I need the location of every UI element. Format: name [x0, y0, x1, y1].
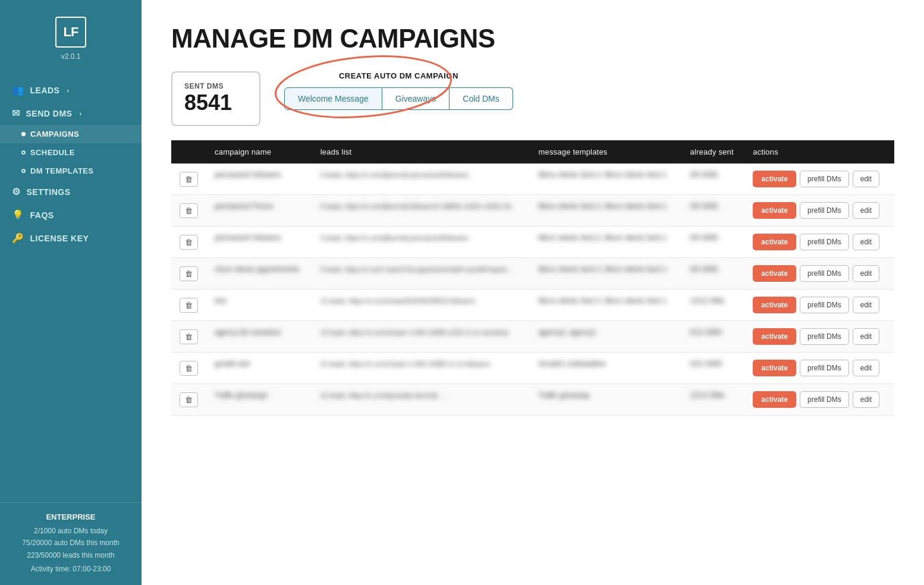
already-sent-cell: 12/12 DMs: [682, 290, 745, 321]
leads-list-cell: 5 leads, https://x.com/[blurred] followe…: [312, 195, 530, 227]
sidebar-item-dm-templates-label: DM TEMPLATES: [30, 166, 93, 175]
already-sent-cell: 0/12 0000: [682, 321, 745, 353]
activate-button[interactable]: activate: [753, 297, 796, 313]
sidebar-item-campaigns[interactable]: CAMPAIGNS: [0, 125, 142, 143]
leads-list-cell: 12 leads, https://x.com/chase/[CENSORED]…: [312, 290, 530, 321]
action-buttons: activateprefill DMsedit: [753, 171, 886, 187]
prefill-dms-button[interactable]: prefill DMs: [800, 171, 849, 187]
activate-button[interactable]: activate: [753, 234, 796, 250]
inactive-dot: [21, 150, 26, 155]
delete-button[interactable]: 🗑: [180, 203, 198, 218]
delete-button[interactable]: 🗑: [180, 172, 198, 187]
delete-cell: 🗑: [171, 290, 206, 321]
circle-annotation: [271, 52, 455, 121]
message-templates-cell: agency2, agency1: [530, 321, 681, 353]
action-buttons: activateprefill DMsedit: [753, 360, 886, 376]
settings-icon: ⚙: [12, 186, 21, 197]
delete-cell: 🗑: [171, 195, 206, 227]
already-sent-cell: 0/5 0000: [682, 258, 745, 290]
actions-cell: activateprefill DMsedit: [744, 195, 894, 227]
activate-button[interactable]: activate: [753, 202, 796, 219]
table-row: 🗑permanent/ followers5 leads, https://x.…: [171, 163, 894, 195]
edit-button[interactable]: edit: [853, 171, 879, 187]
sidebar-nav: 👥 LEADS › ✉ SEND DMS › CAMPAIGNS SCHEDUL…: [0, 73, 142, 502]
delete-button[interactable]: 🗑: [180, 235, 198, 250]
sidebar-bottom: ENTERPRISE 2/1000 auto DMs today 75/2000…: [0, 502, 142, 585]
leads-list-cell: 5 leads, https://x.com/[blurred] permane…: [312, 227, 530, 258]
leads-list-cell: 5 leads, https://x.com/ search?q=appoint…: [312, 258, 530, 290]
col-actions: actions: [744, 140, 894, 163]
campaign-name-cell: test: [206, 290, 312, 321]
edit-button[interactable]: edit: [853, 328, 879, 345]
delete-cell: 🗑: [171, 258, 206, 290]
sidebar-item-faqs[interactable]: 💡 FAQS: [0, 203, 142, 227]
actions-cell: activateprefill DMsedit: [744, 290, 894, 321]
active-dot: [21, 132, 26, 136]
prefill-dms-button[interactable]: prefill DMs: [800, 202, 849, 219]
actions-cell: activateprefill DMsedit: [744, 163, 894, 195]
activate-button[interactable]: activate: [753, 360, 796, 376]
sidebar-item-send-dms[interactable]: ✉ SEND DMS ›: [0, 102, 142, 125]
table-row: 🗑micro clients appointments5 leads, http…: [171, 258, 894, 290]
sidebar-item-leads[interactable]: 👥 LEADS ›: [0, 78, 142, 102]
message-templates-cell: Traffic giveaway: [530, 384, 681, 416]
sidebar-item-dm-templates[interactable]: DM TEMPLATES: [0, 162, 142, 180]
col-leads-list: leads list: [312, 140, 530, 163]
delete-button[interactable]: 🗑: [180, 392, 198, 407]
table-row: 🗑growth test21 leads, https://x.com/chas…: [171, 353, 894, 384]
delete-cell: 🗑: [171, 321, 206, 353]
edit-button[interactable]: edit: [853, 265, 879, 282]
campaign-name-cell: Traffic giveaway!: [206, 384, 312, 416]
leads-month: 223/50000 leads this month: [12, 549, 130, 561]
delete-button[interactable]: 🗑: [180, 298, 198, 313]
prefill-dms-button[interactable]: prefill DMs: [800, 265, 849, 282]
table-row: 🗑agency list nameless12 leads, https://x…: [171, 321, 894, 353]
edit-button[interactable]: edit: [853, 202, 879, 219]
campaign-name-cell: agency list nameless: [206, 321, 312, 353]
sidebar-item-schedule[interactable]: SCHEDULE: [0, 143, 142, 162]
already-sent-cell: 0/5 0000: [682, 227, 745, 258]
leads-list-cell: 12 leads, https://x.com/[possibly blurre…: [312, 384, 530, 416]
campaign-name-cell: permanent/ Prince: [206, 195, 312, 227]
prefill-dms-button[interactable]: prefill DMs: [800, 328, 849, 345]
prefill-dms-button[interactable]: prefill DMs: [800, 297, 849, 313]
chevron-right-icon-2: ›: [79, 110, 81, 117]
actions-cell: activateprefill DMsedit: [744, 321, 894, 353]
chevron-right-icon: ›: [67, 87, 69, 94]
prefill-dms-button[interactable]: prefill DMs: [800, 234, 849, 250]
sidebar: LF v2.0.1 👥 LEADS › ✉ SEND DMS › CAMPAIG…: [0, 0, 142, 585]
edit-button[interactable]: edit: [853, 391, 879, 408]
col-campaign-name: campaign name: [206, 140, 312, 163]
edit-button[interactable]: edit: [853, 360, 879, 376]
sidebar-item-settings-label: SETTINGS: [27, 187, 71, 197]
sent-dms-label: SENT DMS: [184, 82, 243, 90]
actions-cell: activateprefill DMsedit: [744, 384, 894, 416]
activate-button[interactable]: activate: [753, 391, 796, 408]
delete-cell: 🗑: [171, 384, 206, 416]
sidebar-item-settings[interactable]: ⚙ SETTINGS: [0, 180, 142, 203]
table-row: 🗑permanent/ followers5 leads, https://x.…: [171, 227, 894, 258]
delete-cell: 🗑: [171, 227, 206, 258]
edit-button[interactable]: edit: [853, 234, 879, 250]
delete-button[interactable]: 🗑: [180, 329, 198, 344]
leads-list-cell: 12 leads, https://x.com/chase/ 1-940-140…: [312, 321, 530, 353]
message-templates-cell: Micro clients Sent 2, Micro clients Sent…: [530, 258, 681, 290]
leads-list-cell: 21 leads, https://x.com/chase/ 1-940-140…: [312, 353, 530, 384]
delete-button[interactable]: 🗑: [180, 266, 198, 281]
edit-button[interactable]: edit: [853, 297, 879, 313]
logo-area: LF v2.0.1: [0, 0, 142, 73]
delete-cell: 🗑: [171, 353, 206, 384]
cold-dms-button[interactable]: Cold DMs: [450, 87, 513, 110]
auto-dms-today: 2/1000 auto DMs today: [12, 525, 130, 537]
giveaways-button[interactable]: Giveaways: [382, 87, 450, 110]
prefill-dms-button[interactable]: prefill DMs: [800, 360, 849, 376]
already-sent-cell: 0/5 0000: [682, 163, 745, 195]
activate-button[interactable]: activate: [753, 265, 796, 282]
sidebar-item-license-key[interactable]: 🔑 LICENSE KEY: [0, 227, 142, 250]
activate-button[interactable]: activate: [753, 171, 796, 187]
prefill-dms-button[interactable]: prefill DMs: [800, 391, 849, 408]
message-templates-cell: Micro clients Sent 2, Micro clients Sent…: [530, 227, 681, 258]
welcome-message-button[interactable]: Welcome Message: [284, 87, 382, 110]
delete-button[interactable]: 🗑: [180, 361, 198, 376]
activate-button[interactable]: activate: [753, 328, 796, 345]
